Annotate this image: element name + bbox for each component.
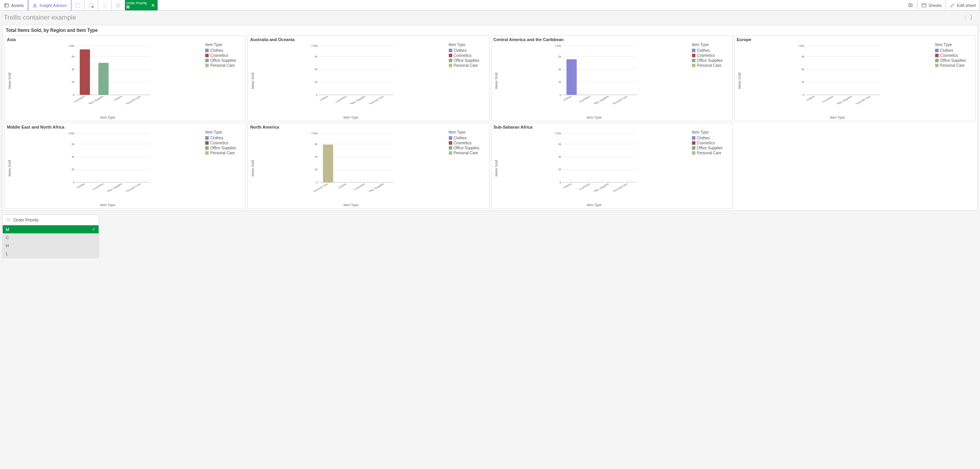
close-icon[interactable]: ✕ (150, 3, 156, 8)
svg-text:Personal Care: Personal Care (612, 95, 628, 104)
filter-pane: Order Priority M✓CHL (2, 215, 99, 258)
svg-rect-11 (922, 3, 926, 7)
edit-sheet-button[interactable]: Edit sheet (946, 0, 980, 10)
legend-label: Office Supplies (454, 146, 479, 150)
y-axis-label: Items Sold (250, 130, 255, 207)
legend-item[interactable]: Cosmetics (935, 53, 973, 58)
svg-text:Cosmetics: Cosmetics (822, 95, 833, 103)
bookmarks-button[interactable] (904, 0, 917, 10)
svg-text:2k: 2k (72, 168, 75, 171)
chart-cell[interactable]: Sub-Saharan AfricaItems Sold02k4k6k7.65k… (491, 123, 733, 209)
legend-item[interactable]: Personal Care (205, 63, 243, 68)
legend-swatch (449, 141, 452, 145)
legend-item[interactable]: Clothes (692, 136, 730, 140)
filter-option-label: L (6, 251, 8, 256)
svg-rect-25 (98, 63, 109, 95)
svg-point-6 (91, 5, 93, 7)
svg-text:6k: 6k (72, 55, 75, 58)
svg-text:4k: 4k (801, 68, 804, 71)
legend-item[interactable]: Clothes (935, 48, 973, 53)
chart-cell[interactable]: Middle East and North AfricaItems Sold02… (4, 123, 246, 209)
svg-text:Clothes: Clothes (320, 95, 329, 102)
legend-item[interactable]: Personal Care (935, 63, 973, 68)
legend-item[interactable]: Personal Care (692, 151, 730, 155)
legend-item[interactable]: Cosmetics (449, 53, 487, 58)
legend-item[interactable]: Office Supplies (449, 58, 487, 63)
legend-item[interactable]: Clothes (449, 136, 487, 140)
step-back-button[interactable] (98, 0, 112, 10)
legend-swatch (935, 54, 939, 57)
legend-item[interactable]: Personal Care (205, 151, 243, 155)
svg-text:7.65k: 7.65k (555, 132, 561, 135)
selection-tag[interactable]: Order Priority M ✕ (125, 0, 158, 10)
legend-item[interactable]: Office Supplies (205, 146, 243, 150)
legend-item[interactable]: Clothes (692, 48, 730, 53)
assets-button[interactable]: Assets (0, 0, 28, 10)
layers-icon (4, 3, 9, 8)
svg-text:0: 0 (73, 94, 74, 96)
panel-title: Total Items Sold, by Region and Item Typ… (3, 25, 977, 35)
legend-swatch (692, 59, 695, 62)
legend-item[interactable]: Office Supplies (692, 58, 730, 63)
legend-swatch (205, 59, 209, 62)
chart-cell[interactable]: EuropeItems Sold02k4k6k7.65kClothesCosme… (734, 35, 976, 121)
legend-item[interactable]: Cosmetics (205, 53, 243, 58)
svg-text:4k: 4k (558, 68, 561, 71)
legend-item[interactable]: Clothes (205, 48, 243, 53)
legend-title: Item Type (692, 130, 730, 134)
step-forward-button[interactable] (112, 0, 125, 10)
chart-cell[interactable]: Central America and the CaribbeanItems S… (491, 35, 733, 121)
filter-header[interactable]: Order Priority (3, 215, 99, 225)
legend-swatch (935, 64, 939, 67)
bookmark-icon (908, 3, 913, 8)
legend-label: Clothes (454, 48, 467, 53)
chart-cell[interactable]: AsiaItems Sold02k4k6k7.65kCosmeticsOffic… (4, 35, 246, 121)
chart-cell[interactable]: Australia and OceaniaItems Sold02k4k6k7.… (247, 35, 489, 121)
y-axis-label: Items Sold (494, 43, 499, 119)
svg-text:0: 0 (560, 181, 561, 184)
next-sheet-button[interactable]: 〉 (970, 13, 976, 22)
insight-advisor-button[interactable]: Insight Advisor (28, 0, 71, 10)
prev-sheet-button[interactable]: 〈 (961, 13, 967, 22)
legend-item[interactable]: Cosmetics (692, 141, 730, 145)
svg-text:6k: 6k (801, 55, 804, 58)
svg-text:Office Supplies: Office Supplies (836, 95, 853, 104)
sheets-button[interactable]: Sheets (917, 0, 946, 10)
toolbar: Assets Insight Advisor Order Priority M … (0, 0, 980, 11)
legend-item[interactable]: Cosmetics (449, 141, 487, 145)
legend-item[interactable]: Cosmetics (205, 141, 243, 145)
legend-swatch (449, 146, 452, 150)
legend-item[interactable]: Personal Care (692, 63, 730, 68)
search-icon (6, 217, 11, 223)
legend-item[interactable]: Personal Care (449, 151, 487, 155)
legend-item[interactable]: Cosmetics (692, 53, 730, 58)
y-axis-label: Items Sold (494, 130, 499, 207)
legend-item[interactable]: Office Supplies (449, 146, 487, 150)
legend-swatch (692, 146, 695, 150)
legend-swatch (449, 151, 452, 155)
legend-swatch (205, 136, 209, 140)
legend-item[interactable]: Clothes (205, 136, 243, 140)
svg-text:2k: 2k (558, 81, 561, 83)
legend-item[interactable]: Office Supplies (692, 146, 730, 150)
smart-search-button[interactable] (71, 0, 85, 10)
legend-item[interactable]: Personal Care (449, 63, 487, 68)
legend-item[interactable]: Office Supplies (205, 58, 243, 63)
x-axis-label: Item Type (255, 192, 446, 207)
legend-title: Item Type (449, 43, 487, 47)
filter-option[interactable]: M✓ (3, 225, 99, 233)
filter-option[interactable]: C (3, 233, 99, 241)
svg-text:Personal Care: Personal Care (855, 95, 871, 104)
svg-text:Personal Care: Personal Care (369, 95, 384, 104)
legend-item[interactable]: Clothes (449, 48, 487, 53)
legend-title: Item Type (935, 43, 973, 47)
selections-tool-button[interactable] (85, 0, 98, 10)
svg-text:Office Supplies: Office Supplies (593, 182, 609, 192)
chart-cell[interactable]: North AmericaItems Sold02k4k6k7.65kPerso… (247, 123, 489, 209)
filter-option[interactable]: H (3, 241, 99, 249)
svg-rect-53 (566, 59, 576, 95)
legend-label: Personal Care (210, 151, 235, 155)
svg-text:0: 0 (803, 94, 804, 96)
filter-option[interactable]: L (3, 249, 99, 258)
legend-item[interactable]: Office Supplies (935, 58, 973, 63)
